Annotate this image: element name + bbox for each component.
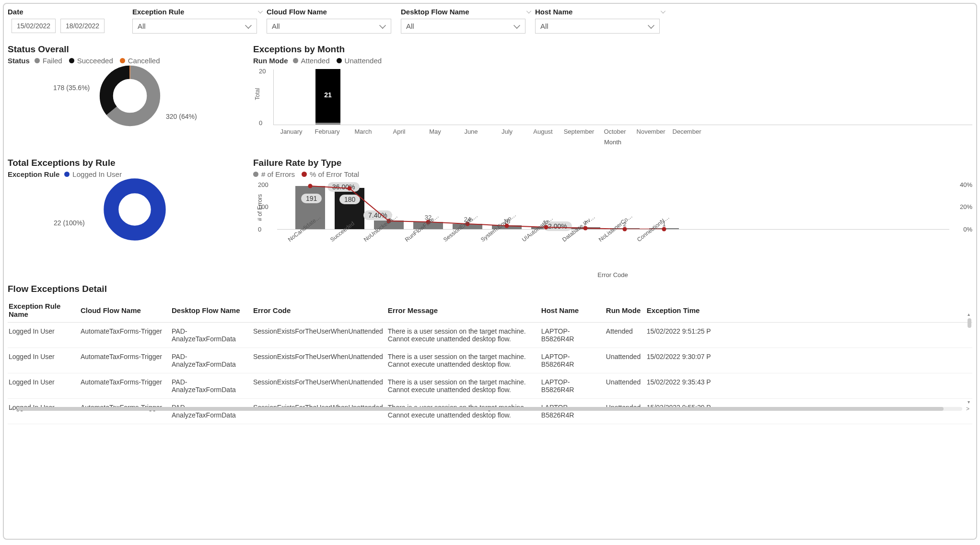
table-cell: Unattended <box>605 373 646 399</box>
table-row[interactable]: Logged In UserAutomateTaxForms-TriggerPA… <box>8 323 972 348</box>
total-exceptions-chart[interactable]: 22 (100%) <box>8 178 247 265</box>
scroll-down-icon[interactable]: ▾ <box>968 399 970 405</box>
chevron-down-icon[interactable] <box>258 9 263 13</box>
month-axis: January February March April May June Ju… <box>273 128 972 135</box>
filter-cloud-flow-label: Cloud Flow Name <box>267 8 327 16</box>
table-cell: LAPTOP-B5826R4R <box>540 323 605 348</box>
table-cell: 15/02/2022 9:30:07 P <box>646 348 972 373</box>
filter-desktop-flow: Desktop Flow Name All <box>401 6 535 34</box>
table-cell: SessionExistsForTheUserWhenUnattended <box>252 373 387 399</box>
table-cell: 15/02/2022 9:51:25 P <box>646 323 972 348</box>
filter-bar: Date 15/02/2022 18/02/2022 Exception Rul… <box>8 6 972 38</box>
exceptions-by-month-title: Exceptions by Month <box>253 44 972 55</box>
table-cell: SessionExistsForTheUserWhenUnattended <box>252 348 387 373</box>
table-cell: AutomateTaxForms-Trigger <box>80 323 171 348</box>
table-cell: PAD-AnalyzeTaxFormData <box>171 323 252 348</box>
th-run-mode[interactable]: Run Mode <box>605 298 646 323</box>
table-cell: Logged In User <box>8 373 80 399</box>
filter-host-name: Host Name All <box>535 6 669 34</box>
failure-rate-legend: # of Errors % of Error Total <box>253 170 972 178</box>
annotation-succeeded: 178 (35.6%) <box>53 84 90 92</box>
table-row[interactable]: Logged In UserAutomateTaxForms-TriggerPA… <box>8 373 972 399</box>
scroll-up-icon[interactable]: ▴ <box>968 312 970 317</box>
filter-date-label: Date <box>8 6 128 19</box>
legend-swatch-failed <box>35 58 40 63</box>
failure-rate-title: Failure Rate by Type <box>253 158 972 168</box>
th-exception-rule[interactable]: Exception Rule Name <box>8 298 80 323</box>
th-cloud-flow[interactable]: Cloud Flow Name <box>80 298 171 323</box>
th-host-name[interactable]: Host Name <box>540 298 605 323</box>
chevron-down-icon <box>245 22 252 29</box>
vertical-scrollbar[interactable]: ▴ ▾ <box>967 312 972 405</box>
table-cell: Unattended <box>605 348 646 373</box>
filter-host-name-label: Host Name <box>535 8 572 16</box>
table-cell: Logged In User <box>8 348 80 373</box>
chevron-down-icon <box>379 22 386 29</box>
flow-exceptions-title: Flow Exceptions Detail <box>8 284 972 294</box>
table-cell: AutomateTaxForms-Trigger <box>80 373 171 399</box>
annotation-total: 22 (100%) <box>54 219 85 227</box>
filter-cloud-flow: Cloud Flow Name All <box>267 6 401 34</box>
table-cell: PAD-AnalyzeTaxFormData <box>171 348 252 373</box>
legend-swatch-logged-in-user <box>64 172 70 177</box>
table-cell: There is a user session on the target ma… <box>387 323 540 348</box>
status-overall-chart[interactable]: 178 (35.6%) 320 (64%) <box>8 65 247 151</box>
dashboard: Date 15/02/2022 18/02/2022 Exception Rul… <box>3 3 977 540</box>
status-overall-legend: Status Failed Succeeded Cancelled <box>8 57 247 65</box>
scroll-left-icon[interactable]: < <box>11 406 14 412</box>
legend-swatch-succeeded <box>69 58 74 63</box>
th-error-code[interactable]: Error Code <box>252 298 387 323</box>
table-row[interactable]: Logged In UserAutomateTaxForms-TriggerPA… <box>8 348 972 373</box>
table-cell: Logged In User <box>8 323 80 348</box>
chevron-down-icon[interactable] <box>526 9 531 13</box>
flow-exceptions-table: Exception Rule Name Cloud Flow Name Desk… <box>8 298 972 413</box>
filter-exception-rule-label: Exception Rule <box>132 8 184 16</box>
exception-rule-dropdown[interactable]: All <box>132 19 257 34</box>
host-name-value: All <box>540 22 548 30</box>
failure-rate-chart[interactable]: # of Errors 200 100 0 40% 20% 0% <box>253 180 972 281</box>
scroll-right-icon[interactable]: > <box>966 406 969 412</box>
svg-point-2 <box>106 72 153 119</box>
cloud-flow-dropdown[interactable]: All <box>267 19 391 34</box>
table-cell: Attended <box>605 323 646 348</box>
table-cell: There is a user session on the target ma… <box>387 348 540 373</box>
th-error-message[interactable]: Error Message <box>387 298 540 323</box>
table-cell: AutomateTaxForms-Trigger <box>80 348 171 373</box>
table-cell: LAPTOP-B5826R4R <box>540 373 605 399</box>
date-to-input[interactable]: 18/02/2022 <box>60 19 105 33</box>
table-cell: 15/02/2022 9:35:43 P <box>646 373 972 399</box>
annotation-failed: 320 (64%) <box>166 113 197 120</box>
legend-swatch-attended <box>293 58 298 63</box>
cloud-flow-value: All <box>272 22 280 30</box>
chevron-down-icon <box>648 22 654 29</box>
legend-swatch-error-pct <box>302 172 307 177</box>
table-header-row: Exception Rule Name Cloud Flow Name Desk… <box>8 298 972 323</box>
host-name-dropdown[interactable]: All <box>535 19 660 34</box>
legend-swatch-cancelled <box>120 58 125 63</box>
exceptions-by-month-legend: Run Mode Attended Unattended <box>253 57 972 65</box>
table-cell: SessionExistsForTheUserWhenUnattended <box>252 323 387 348</box>
total-exceptions-title: Total Exceptions by Rule <box>8 158 247 168</box>
desktop-flow-dropdown[interactable]: All <box>401 19 525 34</box>
table-cell: There is a user session on the target ma… <box>387 373 540 399</box>
chevron-down-icon <box>513 22 520 29</box>
table-cell: LAPTOP-B5826R4R <box>540 348 605 373</box>
exception-rule-value: All <box>138 22 146 30</box>
scroll-thumb[interactable] <box>968 318 971 328</box>
legend-swatch-errors <box>253 172 258 177</box>
table-cell: PAD-AnalyzeTaxFormData <box>171 373 252 399</box>
legend-swatch-unattended <box>337 58 342 63</box>
chevron-down-icon[interactable] <box>661 9 665 13</box>
total-exceptions-legend: Exception Rule Logged In User <box>8 170 247 178</box>
filter-exception-rule: Exception Rule All <box>132 6 267 34</box>
exceptions-by-month-chart[interactable]: Total 20 0 21 January February March Apr… <box>253 67 972 153</box>
th-desktop-flow[interactable]: Desktop Flow Name <box>171 298 252 323</box>
filter-desktop-flow-label: Desktop Flow Name <box>401 8 469 16</box>
desktop-flow-value: All <box>406 22 414 30</box>
date-from-input[interactable]: 15/02/2022 <box>12 19 56 33</box>
horizontal-scrollbar[interactable]: < > <box>8 405 972 413</box>
status-overall-title: Status Overall <box>8 44 247 55</box>
svg-point-3 <box>111 186 158 233</box>
th-exception-time[interactable]: Exception Time <box>646 298 972 323</box>
filter-date: Date 15/02/2022 18/02/2022 <box>8 6 132 34</box>
